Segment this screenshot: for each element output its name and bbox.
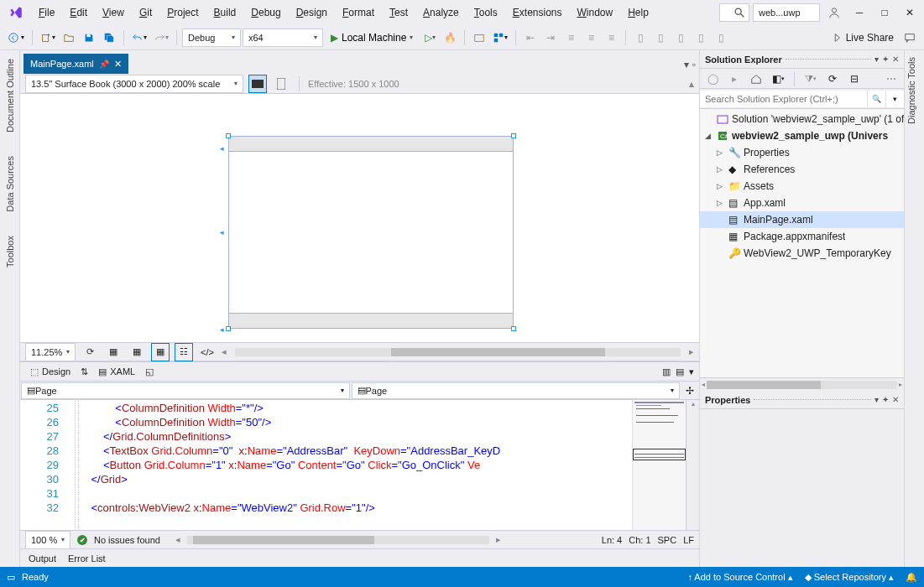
pin-icon[interactable]: ✦ <box>882 395 889 404</box>
menu-edit[interactable]: Edit <box>63 3 94 22</box>
menu-project[interactable]: Project <box>160 3 205 22</box>
menu-analyze[interactable]: Analyze <box>416 3 466 22</box>
zoom-combo[interactable]: 11.25%▾ <box>25 343 76 361</box>
pin-icon[interactable]: 📌 <box>99 60 109 69</box>
tab-mainpage-xaml[interactable]: MainPage.xaml 📌 ✕ <box>23 54 128 74</box>
grid1-icon[interactable]: ▦ <box>104 343 123 361</box>
menu-help[interactable]: Help <box>621 3 655 22</box>
config-combo[interactable]: Debug▾ <box>182 29 241 47</box>
designer-canvas[interactable]: ◂ ◂ ◂ <box>20 94 699 342</box>
solution-search-input[interactable] <box>700 91 867 107</box>
snapline-icon[interactable]: ☷ <box>175 343 193 361</box>
solution-search[interactable]: 🔍 ▾ <box>700 89 904 109</box>
split-editor-icon[interactable]: ✢ <box>681 382 699 400</box>
rail-data-sources[interactable]: Data Sources <box>3 153 17 216</box>
start-button[interactable]: ▶Local Machine▾ <box>325 29 419 47</box>
back-button[interactable]: ▾ <box>5 29 27 47</box>
search-go-icon[interactable]: 🔍 <box>867 91 885 107</box>
menu-file[interactable]: File <box>32 3 61 22</box>
menu-design[interactable]: Design <box>290 3 334 22</box>
toolbox-icon[interactable] <box>470 29 488 47</box>
editor-zoom[interactable]: 100 %▾ <box>25 531 70 549</box>
grid2-icon[interactable]: ▦ <box>128 343 146 361</box>
tree-node[interactable]: ▤MainPage.xaml <box>700 211 904 228</box>
min-button[interactable]: ─ <box>848 2 870 23</box>
search-drop-icon[interactable]: ▾ <box>885 91 904 107</box>
rail-diagnostic-tools[interactable]: Diagnostic Tools <box>905 50 918 131</box>
rail-document-outline[interactable]: Document Outline <box>3 55 17 136</box>
solution-tree[interactable]: Solution 'webview2_sample_uwp' (1 of◢C#w… <box>700 109 904 377</box>
collapse-icon[interactable]: ▾ <box>689 366 694 377</box>
device-combo[interactable]: 13.5" Surface Book (3000 x 2000) 200% sc… <box>25 75 243 93</box>
snap-icon[interactable]: ▦ <box>151 343 170 361</box>
split-h-icon[interactable]: ▥ <box>662 366 671 377</box>
more-icon[interactable]: ⋯ <box>882 70 901 88</box>
back-icon[interactable]: ◯ <box>703 70 722 88</box>
orient-port-icon[interactable] <box>272 75 290 93</box>
orient-land-icon[interactable] <box>248 75 267 93</box>
code-scope-combo[interactable]: ▤ Page▾ <box>21 382 350 399</box>
tree-node[interactable]: ▷◆References <box>700 161 904 178</box>
code-editor[interactable]: 2526272829303132 <ColumnDefinition Width… <box>20 400 699 530</box>
menu-view[interactable]: View <box>96 3 131 22</box>
panel-close-icon[interactable]: ✕ <box>892 395 899 404</box>
start-nodbg-button[interactable]: ▷▾ <box>420 29 439 47</box>
design-root-element[interactable] <box>228 136 514 329</box>
tree-node[interactable]: ◢C#webview2_sample_uwp (Univers <box>700 127 904 144</box>
tabwell-more-icon[interactable]: ▫ <box>692 59 696 70</box>
xaml-tab[interactable]: ▤XAML <box>93 365 140 379</box>
indent-mode[interactable]: SPC <box>658 535 677 545</box>
layout-icon[interactable]: ▾ <box>490 29 510 47</box>
swap-panes-icon[interactable]: ⇅ <box>81 366 88 377</box>
menu-git[interactable]: Git <box>133 3 159 22</box>
filter-icon[interactable]: ⧩▾ <box>801 70 820 88</box>
switch-view-icon[interactable]: ◧▾ <box>769 70 787 88</box>
home-icon[interactable] <box>747 70 765 88</box>
menu-tools[interactable]: Tools <box>467 3 504 22</box>
platform-combo[interactable]: x64▾ <box>243 29 323 47</box>
fwd-icon[interactable]: ▸ <box>725 70 744 88</box>
panel-hscroll[interactable]: ◂▸ <box>700 377 904 391</box>
design-tab[interactable]: ⬚Design <box>25 365 76 379</box>
sync-icon[interactable]: ⟳ <box>823 70 842 88</box>
tree-node[interactable]: 🔑WebView2_UWP_TemporaryKey <box>700 245 904 262</box>
undo-button[interactable]: ▾ <box>129 29 149 47</box>
panel-menu-icon[interactable]: ▾ <box>874 395 879 404</box>
bottom-tab-error-list[interactable]: Error List <box>68 553 106 564</box>
add-source-control[interactable]: ↑ Add to Source Control ▴ <box>687 572 792 583</box>
max-button[interactable]: □ <box>874 2 895 23</box>
hot-reload-icon[interactable]: 🔥 <box>441 29 459 47</box>
bottom-tab-output[interactable]: Output <box>29 553 56 564</box>
refresh-icon[interactable]: ⟳ <box>81 343 99 361</box>
tabwell-menu-icon[interactable]: ▾ <box>684 59 689 70</box>
code-toggle-icon[interactable]: </> <box>198 343 217 361</box>
rail-toolbox[interactable]: Toolbox <box>3 232 17 271</box>
title-project[interactable]: web...uwp <box>753 3 820 22</box>
select-repository[interactable]: ◆ Select Repository ▴ <box>805 572 894 583</box>
feedback-icon[interactable] <box>901 29 919 47</box>
redo-button[interactable]: ▾ <box>151 29 171 47</box>
user-icon[interactable] <box>823 2 845 23</box>
menu-window[interactable]: Window <box>571 3 620 22</box>
code-vscroll[interactable]: ▴ <box>686 400 699 530</box>
menu-test[interactable]: Test <box>383 3 415 22</box>
save-all-button[interactable] <box>100 29 118 47</box>
issues-status[interactable] <box>77 534 91 546</box>
minimap[interactable] <box>632 400 686 530</box>
liveshare-button[interactable]: Live Share <box>826 29 899 47</box>
tree-node[interactable]: ▷📁Assets <box>700 178 904 195</box>
popout-icon[interactable]: ◱ <box>145 366 154 377</box>
open-button[interactable] <box>60 29 78 47</box>
menu-debug[interactable]: Debug <box>244 3 287 22</box>
new-item-button[interactable]: ▾ <box>38 29 58 47</box>
menu-extensions[interactable]: Extensions <box>506 3 569 22</box>
notifications-icon[interactable]: 🔔 <box>906 572 917 583</box>
title-search[interactable] <box>719 3 749 22</box>
menu-format[interactable]: Format <box>336 3 381 22</box>
editor-hscroll[interactable] <box>187 536 489 544</box>
menu-build[interactable]: Build <box>207 3 243 22</box>
tree-node[interactable]: Solution 'webview2_sample_uwp' (1 of <box>700 111 904 127</box>
pin-icon[interactable]: ✦ <box>882 55 889 64</box>
status-mode-icon[interactable]: ▭ <box>7 572 15 583</box>
split-v-icon[interactable]: ▤ <box>676 366 684 377</box>
